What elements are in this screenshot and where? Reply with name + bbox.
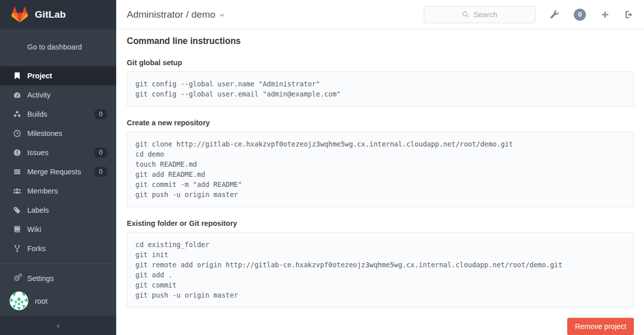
code-fork-icon [13,245,21,253]
sidebar-item-merge-requests[interactable]: Merge Requests 0 [0,162,116,181]
wrench-icon [550,10,559,19]
gears-icon: ⚙⚙ [13,274,21,283]
exclamation-circle-icon [13,149,21,157]
sidebar-item-label: Milestones [27,129,62,137]
issues-count-badge: 0 [94,148,107,158]
page-content: Command line instructions Git global set… [116,29,644,335]
section-heading-git-global-setup: Git global setup [127,59,634,67]
sidebar-nav: Project Activity Builds 0 Milestones I [0,66,116,258]
sidebar-item-settings[interactable]: ⚙⚙ Settings [0,269,116,288]
gitlab-logo-icon [11,7,28,23]
sidebar-item-label: Settings [27,274,54,282]
sidebar-item-label: Builds [27,110,47,118]
profile-link[interactable]: root [0,288,116,314]
main-area: Administrator / demo Search 0 Command li… [116,0,644,335]
sidebar-item-label: Forks [27,245,45,253]
username: root [35,297,47,305]
plus-icon [601,10,610,19]
sidebar-item-wiki[interactable]: Wiki [0,220,116,239]
sidebar-item-members[interactable]: Members [0,181,116,201]
sign-out-icon [624,10,633,19]
book-icon [13,225,21,234]
sidebar-item-label: Labels [27,206,49,214]
go-to-dashboard-link[interactable]: Go to dashboard [0,29,116,66]
admin-wrench-button[interactable] [550,10,559,19]
todo-count-badge: 0 [574,9,586,21]
sidebar-item-label: Issues [27,149,48,157]
todos-button[interactable]: 0 [574,9,586,21]
sidebar: GitLab Go to dashboard Project Activity … [0,0,116,335]
bookmark-icon [13,72,21,80]
sidebar-item-label: Activity [27,91,51,99]
search-icon [462,11,469,18]
builds-count-badge: 0 [94,109,107,120]
sidebar-item-label: Project [27,72,52,80]
brand-header[interactable]: GitLab [0,0,116,29]
clock-icon [13,129,21,138]
search-placeholder: Search [473,10,498,19]
sidebar-item-forks[interactable]: Forks [0,239,116,258]
new-project-button[interactable] [601,10,610,19]
remove-project-button[interactable]: Remove project [567,318,634,335]
code-block-create-new-repository: git clone http://gitlab-ce.hxakzvpf0otez… [127,131,634,207]
sidebar-item-builds[interactable]: Builds 0 [0,105,116,124]
tasks-icon [13,168,21,176]
code-block-existing-folder: cd existing_folder git init git remote a… [127,232,634,308]
sidebar-item-labels[interactable]: Labels [0,201,116,220]
search-input[interactable]: Search [424,6,535,23]
sidebar-item-issues[interactable]: Issues 0 [0,143,116,162]
dashboard-icon [13,91,21,100]
sidebar-item-label: Members [27,187,58,195]
code-block-git-global-setup: git config --global user.name "Administr… [127,71,634,107]
sidebar-divider [0,263,116,264]
sidebar-item-label: Wiki [27,225,41,233]
avatar [10,292,28,310]
users-icon [13,187,21,196]
sidebar-item-activity[interactable]: Activity [0,85,116,105]
page-title: Command line instructions [127,36,634,46]
header-controls: Search 0 [424,6,633,23]
breadcrumb: Administrator / demo [127,9,215,20]
sidebar-collapse-toggle[interactable]: ‹ [0,316,116,335]
sidebar-item-label: Merge Requests [27,168,81,176]
sidebar-item-milestones[interactable]: Milestones [0,124,116,143]
tags-icon [13,206,21,215]
top-bar: Administrator / demo Search 0 [116,0,644,29]
chevron-down-icon [219,13,225,17]
project-switcher[interactable]: Administrator / demo [127,9,225,20]
footer-actions: Remove project [127,318,634,335]
section-heading-create-new-repository: Create a new repository [127,119,634,127]
merge-requests-count-badge: 0 [94,167,107,177]
section-heading-existing-folder: Existing folder or Git repository [127,219,634,227]
chevron-left-icon: ‹ [57,320,60,330]
sidebar-item-project[interactable]: Project [0,66,116,85]
sign-out-button[interactable] [624,10,633,19]
cubes-icon [13,110,21,119]
brand-name: GitLab [35,9,66,20]
